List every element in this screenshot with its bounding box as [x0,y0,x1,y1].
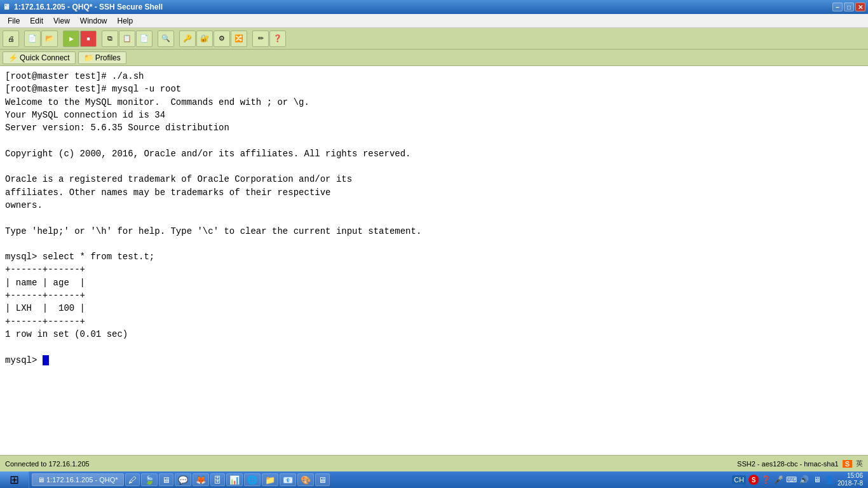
taskbar-item-pycharm[interactable]: 🖥 [159,473,173,486]
display-icon[interactable]: 🖥 [812,475,822,485]
taskbar-item-chrome[interactable]: 🌐 [244,473,261,486]
taskbar-item-file[interactable]: 📁 [262,473,278,486]
taskbar-item-jetbrains[interactable]: 🖊 [125,473,140,486]
title-bar: 🖥 1:172.16.1.205 - QHQ* - SSH Secure She… [0,0,868,14]
keyboard-icon[interactable]: ⌨ [787,475,797,485]
ssh-badge: S [843,460,852,468]
taskbar-item-paint[interactable]: 🎨 [297,473,314,486]
taskbar-item-wechat[interactable]: 💬 [175,473,191,486]
terminal-content: [root@master test]# ./a.sh [root@master … [5,70,863,367]
menu-edit[interactable]: Edit [25,15,48,27]
toolbar-keygen[interactable]: 🔑 [179,30,196,47]
toolbar-edit2[interactable]: ✏ [252,30,269,47]
taskbar-sqlyog-icon: 🗄 [214,475,222,485]
taskbar-item-extra[interactable]: 🖥 [315,473,330,486]
quickconnect-button[interactable]: ⚡ Quick Connect [3,51,76,64]
taskbar-item-sqlyog[interactable]: 🗄 [210,473,225,486]
taskbar-pycharm-icon: 🖥 [162,475,170,485]
system-clock[interactable]: 15:06 2018-7-8 [837,472,863,487]
taskbar-item-ssh[interactable]: 🖥 1:172.16.1.205 - QHQ* [32,473,124,486]
clock-date: 2018-7-8 [837,480,863,487]
taskbar-jetbrains-icon: 🖊 [128,475,137,485]
menu-bar: File Edit View Window Help [0,14,868,28]
taskbar-wechat-icon: 💬 [178,475,188,485]
terminal-area[interactable]: [root@master test]# ./a.sh [root@master … [0,66,868,455]
lang-sys-icon[interactable]: CH [732,475,746,484]
toolbar-group-4: ⧉ 📋 📄 [102,30,153,47]
menu-help[interactable]: Help [112,15,139,27]
taskbar-item-excel[interactable]: 📊 [226,473,243,486]
toolbar-group-7: ✏ ❓ [252,30,286,47]
connection-status: Connected to 172.16.1.205 [5,460,90,468]
toolbar-print[interactable]: 🖨 [3,30,19,47]
menu-window[interactable]: Window [75,15,112,27]
toolbar: 🖨 📄 📂 ▶ ■ ⧉ 📋 📄 🔍 🔑 🔐 ⚙ 🔀 ✏ ❓ [0,28,868,50]
quickconnect-label: Quick Connect [20,53,70,62]
taskbar-file-icon: 📁 [265,475,275,485]
toolbar-copy[interactable]: ⧉ [102,30,118,47]
taskbar-item-leaf[interactable]: 🍃 [141,473,158,486]
taskbar: ⊞ 🖥 1:172.16.1.205 - QHQ* 🖊 🍃 🖥 💬 🦊 [0,471,868,488]
toolbar-group-5: 🔍 [158,30,174,47]
toolbar-settings[interactable]: ⚙ [214,30,230,47]
taskbar-item-label: 1:172.16.1.205 - QHQ* [46,476,118,484]
start-button[interactable]: ⊞ [0,471,29,488]
menu-file[interactable]: File [3,15,25,27]
sogou-icon[interactable]: S [749,475,759,485]
toolbar-open[interactable]: 📂 [41,30,58,47]
taskbar-item-outlook[interactable]: 📧 [280,473,296,486]
toolbar-file[interactable]: 📄 [136,30,153,47]
minimize-button[interactable]: – [832,3,843,11]
taskbar-firefox-icon: 🦊 [196,475,206,485]
volume-icon[interactable]: 🔊 [799,475,810,485]
taskbar-item-icon: 🖥 [37,476,44,484]
toolbar-portfw[interactable]: 🔀 [231,30,247,47]
menu-view[interactable]: View [48,15,75,27]
lang-indicator: 英 [856,459,863,468]
profiles-label: Profiles [95,53,121,62]
taskbar-right: CH S ❓ 🎤 ⌨ 🔊 🖥 👤 15:06 2018-7-8 [727,472,868,487]
clock-time: 15:06 [847,472,863,480]
toolbar-group-3: ▶ ■ [63,30,97,47]
quickconnect-bar: ⚡ Quick Connect 📁 Profiles [0,50,868,66]
toolbar-help[interactable]: ❓ [269,30,286,47]
ssh-details: SSH2 - aes128-cbc - hmac-sha1 [737,460,839,468]
title-icon: 🖥 [3,3,10,11]
taskbar-chrome-icon: 🌐 [247,475,257,485]
taskbar-extra-icon: 🖥 [318,475,327,485]
toolbar-disconnect[interactable]: ■ [80,30,97,47]
toolbar-search[interactable]: 🔍 [158,30,174,47]
toolbar-new[interactable]: 📄 [24,30,41,47]
toolbar-group-1: 🖨 [3,30,19,47]
profiles-icon: 📁 [84,53,93,62]
toolbar-auth[interactable]: 🔐 [196,30,213,47]
taskbar-item-firefox[interactable]: 🦊 [193,473,209,486]
taskbar-paint-icon: 🎨 [301,475,311,485]
window-title-text: 🖥 1:172.16.1.205 - QHQ* - SSH Secure She… [3,3,163,11]
toolbar-paste[interactable]: 📋 [119,30,135,47]
quickconnect-icon: ⚡ [8,53,18,62]
toolbar-connect[interactable]: ▶ [63,30,79,47]
close-button[interactable]: ✕ [855,3,865,11]
toolbar-group-2: 📄 📂 [24,30,58,47]
profiles-button[interactable]: 📁 Profiles [78,51,126,64]
taskbar-items: 🖥 1:172.16.1.205 - QHQ* 🖊 🍃 🖥 💬 🦊 🗄 [29,471,332,488]
ssh-info: SSH2 - aes128-cbc - hmac-sha1 S 英 [737,459,863,468]
user-icon[interactable]: 👤 [825,475,835,485]
taskbar-outlook-icon: 📧 [283,475,293,485]
window-title: 1:172.16.1.205 - QHQ* - SSH Secure Shell [14,3,163,11]
mic-icon[interactable]: 🎤 [774,475,784,485]
maximize-button[interactable]: □ [844,3,854,11]
status-bar: Connected to 172.16.1.205 SSH2 - aes128-… [0,455,868,471]
help-sys-icon[interactable]: ❓ [761,475,771,485]
window-controls: – □ ✕ [832,3,865,11]
toolbar-group-6: 🔑 🔐 ⚙ 🔀 [179,30,247,47]
terminal-cursor [43,355,49,365]
taskbar-left: ⊞ 🖥 1:172.16.1.205 - QHQ* 🖊 🍃 🖥 💬 🦊 [0,471,332,488]
taskbar-leaf-icon: 🍃 [144,475,154,485]
taskbar-excel-icon: 📊 [229,475,240,485]
start-icon: ⊞ [10,473,19,487]
